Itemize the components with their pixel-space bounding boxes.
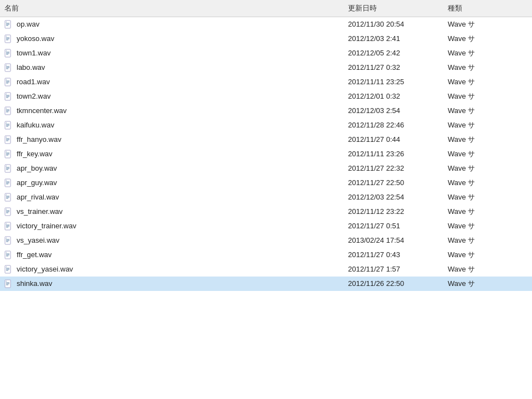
- file-type: Wave サ: [443, 104, 532, 118]
- file-type: Wave サ: [443, 60, 532, 75]
- file-name: town2.wav: [17, 92, 50, 100]
- file-name-cell: ♪vs_trainer.wav: [0, 204, 344, 219]
- file-name-cell: ♪road1.wav: [0, 75, 344, 89]
- table-row[interactable]: ♪town1.wav2012/12/05 2:42Wave サ: [0, 46, 532, 60]
- table-row[interactable]: ♪ffr_key.wav2012/11/11 23:26Wave サ: [0, 147, 532, 161]
- file-name: apr_rival.wav: [17, 193, 59, 201]
- wav-file-icon: ♪: [4, 63, 13, 72]
- file-type: Wave サ: [443, 46, 532, 60]
- file-name-cell: ♪labo.wav: [0, 60, 344, 75]
- file-type: Wave サ: [443, 17, 532, 32]
- file-name: town1.wav: [17, 49, 50, 57]
- file-name: labo.wav: [17, 63, 45, 71]
- file-type: Wave サ: [443, 176, 532, 190]
- file-date: 2012/11/27 1:57: [344, 262, 443, 277]
- file-date: 2012/11/26 22:50: [344, 277, 443, 291]
- file-name-cell: ♪apr_guy.wav: [0, 176, 344, 190]
- wav-file-icon: ♪: [4, 106, 13, 115]
- file-type: Wave サ: [443, 132, 532, 147]
- table-row[interactable]: ♪yokoso.wav2012/12/03 2:41Wave サ: [0, 32, 532, 46]
- wav-file-icon: ♪: [4, 92, 13, 101]
- table-row[interactable]: ♪apr_rival.wav2012/12/03 22:54Wave サ: [0, 190, 532, 204]
- file-type: Wave サ: [443, 32, 532, 46]
- file-date: 2012/12/03 22:54: [344, 190, 443, 204]
- file-date: 2012/11/27 0:51: [344, 219, 443, 233]
- file-name-cell: ♪ffr_get.wav: [0, 248, 344, 262]
- file-date: 2012/11/27 22:32: [344, 161, 443, 176]
- file-name-cell: ♪town1.wav: [0, 46, 344, 60]
- file-name: victory_trainer.wav: [17, 222, 76, 230]
- wav-file-icon: ♪: [4, 279, 13, 288]
- table-row[interactable]: ♪labo.wav2012/11/27 0:32Wave サ: [0, 60, 532, 75]
- file-name: ffr_key.wav: [17, 150, 53, 158]
- column-header-date[interactable]: 更新日時: [344, 0, 443, 17]
- file-date: 2012/11/27 0:32: [344, 60, 443, 75]
- table-row[interactable]: ♪kaifuku.wav2012/11/28 22:46Wave サ: [0, 118, 532, 132]
- wav-file-icon: ♪: [4, 236, 13, 245]
- file-type: Wave サ: [443, 204, 532, 219]
- wav-file-icon: ♪: [4, 20, 13, 29]
- table-row[interactable]: ♪vs_trainer.wav2012/11/12 23:22Wave サ: [0, 204, 532, 219]
- file-date: 2012/12/01 0:32: [344, 89, 443, 104]
- file-date: 2012/12/03 2:54: [344, 104, 443, 118]
- table-row[interactable]: ♪shinka.wav2012/11/26 22:50Wave サ: [0, 277, 532, 291]
- table-row[interactable]: ♪vs_yasei.wav2013/02/24 17:54Wave サ: [0, 233, 532, 248]
- file-list: 名前 更新日時 種類 ♪op.wav2012/11/30 20:54Wave サ…: [0, 0, 532, 291]
- table-row[interactable]: ♪ffr_hanyo.wav2012/11/27 0:44Wave サ: [0, 132, 532, 147]
- table-row[interactable]: ♪victory_trainer.wav2012/11/27 0:51Wave …: [0, 219, 532, 233]
- file-date: 2012/12/05 2:42: [344, 46, 443, 60]
- table-row[interactable]: ♪apr_boy.wav2012/11/27 22:32Wave サ: [0, 161, 532, 176]
- file-name: vs_trainer.wav: [17, 207, 63, 216]
- file-date: 2012/11/27 22:50: [344, 176, 443, 190]
- wav-file-icon: ♪: [4, 49, 13, 58]
- wav-file-icon: ♪: [4, 265, 13, 274]
- file-name: road1.wav: [17, 78, 50, 86]
- file-type: Wave サ: [443, 190, 532, 204]
- file-name-cell: ♪op.wav: [0, 17, 344, 32]
- file-type: Wave サ: [443, 262, 532, 277]
- file-name: yokoso.wav: [17, 34, 54, 43]
- table-row[interactable]: ♪town2.wav2012/12/01 0:32Wave サ: [0, 89, 532, 104]
- file-name: apr_boy.wav: [17, 164, 57, 172]
- file-type: Wave サ: [443, 277, 532, 291]
- file-name: vs_yasei.wav: [17, 236, 59, 244]
- file-name-cell: ♪yokoso.wav: [0, 32, 344, 46]
- wav-file-icon: ♪: [4, 193, 13, 202]
- table-row[interactable]: ♪victory_yasei.wav2012/11/27 1:57Wave サ: [0, 262, 532, 277]
- file-name-cell: ♪victory_trainer.wav: [0, 219, 344, 233]
- file-date: 2012/11/30 20:54: [344, 17, 443, 32]
- file-type: Wave サ: [443, 233, 532, 248]
- table-row[interactable]: ♪apr_guy.wav2012/11/27 22:50Wave サ: [0, 176, 532, 190]
- table-row[interactable]: ♪ffr_get.wav2012/11/27 0:43Wave サ: [0, 248, 532, 262]
- file-name: ffr_get.wav: [17, 250, 52, 259]
- file-name-cell: ♪vs_yasei.wav: [0, 233, 344, 248]
- file-name-cell: ♪tkmncenter.wav: [0, 104, 344, 118]
- wav-file-icon: ♪: [4, 121, 13, 130]
- wav-file-icon: ♪: [4, 150, 13, 158]
- table-row[interactable]: ♪road1.wav2012/11/11 23:25Wave サ: [0, 75, 532, 89]
- file-name-cell: ♪town2.wav: [0, 89, 344, 104]
- file-name-cell: ♪apr_boy.wav: [0, 161, 344, 176]
- file-date: 2012/11/12 23:22: [344, 204, 443, 219]
- file-name: apr_guy.wav: [17, 178, 57, 187]
- file-type: Wave サ: [443, 89, 532, 104]
- wav-file-icon: ♪: [4, 34, 13, 43]
- file-date: 2012/11/11 23:25: [344, 75, 443, 89]
- file-type: Wave サ: [443, 75, 532, 89]
- file-type: Wave サ: [443, 248, 532, 262]
- wav-file-icon: ♪: [4, 164, 13, 173]
- file-name-cell: ♪kaifuku.wav: [0, 118, 344, 132]
- table-row[interactable]: ♪op.wav2012/11/30 20:54Wave サ: [0, 17, 532, 32]
- column-header-type[interactable]: 種類: [443, 0, 532, 17]
- file-type: Wave サ: [443, 161, 532, 176]
- wav-file-icon: ♪: [4, 178, 13, 187]
- column-header-name[interactable]: 名前: [0, 0, 344, 17]
- wav-file-icon: ♪: [4, 78, 13, 86]
- file-date: 2012/11/27 0:43: [344, 248, 443, 262]
- file-name-cell: ♪shinka.wav: [0, 277, 344, 291]
- file-name-cell: ♪ffr_hanyo.wav: [0, 132, 344, 147]
- file-name: tkmncenter.wav: [17, 106, 66, 115]
- table-row[interactable]: ♪tkmncenter.wav2012/12/03 2:54Wave サ: [0, 104, 532, 118]
- file-name-cell: ♪apr_rival.wav: [0, 190, 344, 204]
- file-date: 2012/11/28 22:46: [344, 118, 443, 132]
